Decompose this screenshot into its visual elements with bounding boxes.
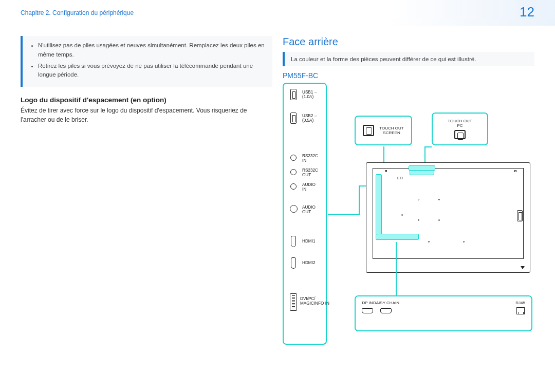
dp-in-label: DP IN [362, 301, 373, 305]
rs232c-out-icon [290, 169, 297, 175]
dvi-label: DVI/PC/ MAGICINFO IN [300, 296, 329, 306]
info-note: La couleur et la forme des pièces peuven… [283, 52, 534, 66]
note-item: Retirez les piles si vous prévoyez de ne… [38, 62, 265, 80]
touch-out-pc-icon [454, 130, 466, 139]
touch-out-screen-label: TOUCH OUT SCREEN [379, 126, 403, 135]
audio-out-label: AUDIO OUT [302, 205, 316, 215]
dvi-icon [290, 293, 297, 311]
lead-line [424, 146, 432, 147]
usb1-label: USB1 ⎓ (1.0A) [302, 90, 317, 100]
hdmi1-icon [291, 236, 296, 247]
model-name: PM55F-BC [283, 71, 534, 80]
daisy-chain-label: DAISY CHAIN [373, 301, 399, 305]
audio-in-label: AUDIO IN [302, 182, 316, 192]
lead-line [396, 242, 397, 295]
note-item: N'utilisez pas de piles usagées et neuve… [38, 41, 265, 60]
logo-subhead: Logo du dispositif d'espacement (en opti… [21, 96, 272, 104]
lead-line [328, 214, 359, 215]
power-indicator-icon [521, 266, 525, 269]
page-header: Chapitre 2. Configuration du périphériqu… [0, 0, 555, 26]
hdmi2-label: HDMI2 [302, 260, 315, 265]
audio-in-icon [290, 183, 297, 190]
page-number: 12 [520, 4, 534, 20]
rs232c-out-label: RS232C OUT [302, 168, 318, 178]
usb2-port-icon [290, 113, 297, 124]
touch-out-screen-box: TOUCH OUT SCREEN [355, 116, 412, 145]
rj45-icon [516, 307, 525, 314]
eti-mark: ETI [397, 176, 403, 180]
rs232c-in-icon [290, 155, 297, 161]
page-content: N'utilisez pas de piles usagées et neuve… [0, 26, 555, 350]
hdmi2-icon [291, 257, 296, 269]
right-column: Face arrière La couleur et la forme des … [283, 36, 534, 350]
usb2-label: USB2 ⎓ (0.5A) [302, 114, 317, 123]
bottom-port-box: DP IN DAISY CHAIN RJ45 [355, 295, 532, 331]
lead-line [359, 185, 360, 215]
rs232c-in-label: RS232C IN [302, 154, 318, 163]
touch-out-pc-label: TOUCH OUT PC [448, 119, 472, 128]
audio-out-icon [290, 205, 298, 213]
daisy-chain-icon [380, 308, 392, 313]
note-box: N'utilisez pas de piles usagées et neuve… [21, 36, 272, 87]
chapter-title: Chapitre 2. Configuration du périphériqu… [21, 9, 134, 16]
dp-in-icon [362, 308, 373, 313]
port-panel: USB1 ⎓ (1.0A) USB2 ⎓ (0.5A) RS232C IN RS… [283, 83, 327, 345]
logo-body: Évitez de tirer avec force sur le logo d… [21, 106, 272, 124]
rj45-label: RJ45 [515, 301, 525, 305]
left-column: N'utilisez pas de piles usagées et neuve… [21, 36, 272, 350]
usb1-port-icon [290, 89, 297, 100]
touch-out-screen-icon [363, 125, 374, 136]
rear-diagram: USB1 ⎓ (1.0A) USB2 ⎓ (0.5A) RS232C IN RS… [283, 83, 534, 350]
rear-panel-illustration: ETI [366, 162, 530, 273]
hdmi1-label: HDMI1 [302, 239, 315, 244]
rear-title: Face arrière [283, 36, 534, 48]
side-connector-icon [517, 210, 523, 221]
touch-out-pc-box: TOUCH OUT PC [432, 113, 488, 145]
